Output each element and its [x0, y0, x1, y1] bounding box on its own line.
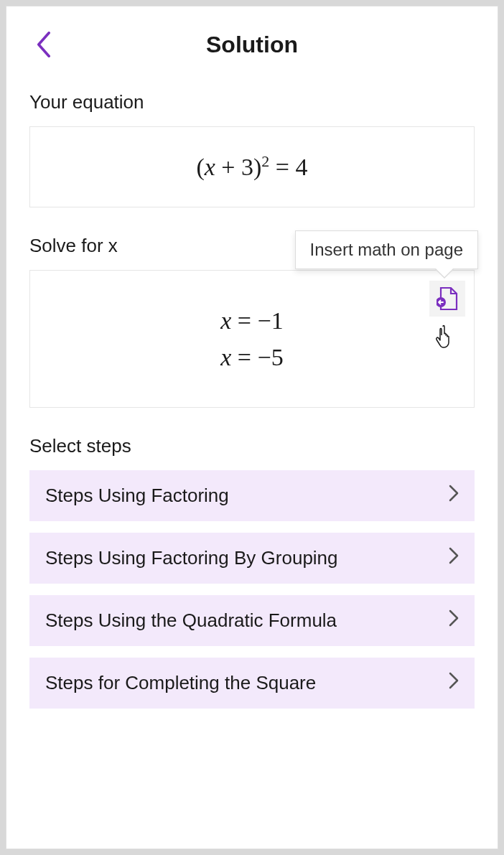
header: Solution: [29, 27, 475, 62]
chevron-right-icon: [449, 485, 459, 507]
step-item-label: Steps Using the Quadratic Formula: [45, 609, 337, 632]
step-list: Steps Using Factoring Steps Using Factor…: [29, 470, 475, 709]
step-item-label: Steps Using Factoring By Grouping: [45, 547, 338, 569]
chevron-right-icon: [449, 672, 459, 694]
insert-tooltip: Insert math on page: [295, 230, 478, 269]
step-item-label: Steps for Completing the Square: [45, 672, 316, 694]
solve-for-label: Solve for x: [29, 235, 118, 257]
insert-math-button[interactable]: [429, 281, 465, 317]
step-item-quadratic-formula[interactable]: Steps Using the Quadratic Formula: [29, 595, 475, 646]
page-title: Solution: [29, 32, 475, 58]
solution-box: x = −1 x = −5 Insert math on page: [29, 270, 475, 408]
step-item-label: Steps Using Factoring: [45, 485, 229, 507]
step-item-factoring[interactable]: Steps Using Factoring: [29, 470, 475, 521]
equation-box: (x + 3)2 = 4: [29, 126, 475, 207]
solution-panel: Solution Your equation (x + 3)2 = 4 Solv…: [6, 6, 498, 849]
chevron-right-icon: [449, 547, 459, 569]
solution-line-1: x = −1: [45, 302, 459, 339]
chevron-right-icon: [449, 609, 459, 632]
your-equation-label: Your equation: [29, 91, 475, 113]
step-item-completing-square[interactable]: Steps for Completing the Square: [29, 658, 475, 709]
select-steps-label: Select steps: [29, 435, 475, 457]
solution-line-2: x = −5: [45, 339, 459, 375]
insert-page-icon: [437, 286, 458, 311]
step-item-factoring-grouping[interactable]: Steps Using Factoring By Grouping: [29, 533, 475, 584]
equation-display: (x + 3)2 = 4: [45, 149, 459, 185]
